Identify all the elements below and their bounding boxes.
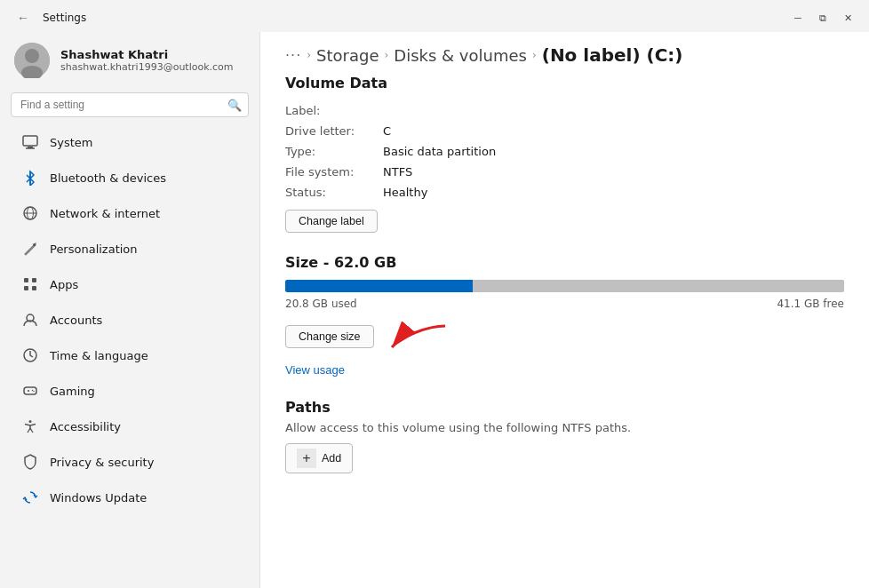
svg-rect-10: [24, 278, 28, 282]
paths-title: Paths: [285, 399, 844, 416]
sidebar-item-bluetooth[interactable]: Bluetooth & devices: [7, 161, 252, 195]
sidebar-label-gaming: Gaming: [50, 385, 95, 398]
apps-icon: [21, 275, 39, 293]
bluetooth-icon: [21, 169, 39, 187]
svg-point-21: [29, 420, 32, 423]
volume-row-value: Basic data partition: [383, 145, 496, 158]
volume-row-value: NTFS: [383, 165, 412, 179]
used-label: 20.8 GB used: [285, 298, 357, 310]
breadcrumb-current: (No label) (C:): [542, 44, 683, 66]
user-name: Shashwat Khatri: [60, 48, 234, 61]
volume-row-0: Label:: [285, 100, 844, 121]
sidebar-item-time[interactable]: Time & language: [7, 338, 252, 372]
sidebar-item-accessibility[interactable]: Accessibility: [7, 409, 252, 443]
user-info: Shashwat Khatri shashwat.khatri1993@outl…: [60, 48, 234, 73]
update-icon: [21, 489, 39, 506]
sidebar-label-time: Time & language: [50, 349, 148, 362]
sidebar-item-accounts[interactable]: Accounts: [7, 303, 252, 337]
app-title: Settings: [43, 12, 86, 24]
breadcrumb-dots: ···: [285, 47, 301, 64]
app-body: Shashwat Khatri shashwat.khatri1993@outl…: [0, 32, 869, 588]
gaming-icon: [21, 382, 39, 400]
size-title: Size - 62.0 GB: [285, 254, 844, 271]
svg-point-20: [33, 391, 34, 392]
title-bar-left: ← Settings: [11, 5, 86, 30]
volume-row-3: File system:NTFS: [285, 162, 844, 182]
volume-row-1: Drive letter:C: [285, 121, 844, 141]
free-label: 41.1 GB free: [777, 298, 844, 310]
svg-point-19: [32, 390, 33, 391]
sidebar-item-gaming[interactable]: Gaming: [7, 374, 252, 408]
network-icon: [21, 204, 39, 222]
sidebar-label-apps: Apps: [50, 278, 78, 291]
paths-description: Allow access to this volume using the fo…: [285, 421, 844, 434]
sidebar-item-update[interactable]: Windows Update: [7, 481, 252, 514]
sidebar-label-update: Windows Update: [50, 491, 147, 505]
add-plus-icon: +: [297, 449, 316, 468]
sidebar-label-bluetooth: Bluetooth & devices: [50, 171, 166, 185]
change-size-button[interactable]: Change size: [285, 325, 374, 348]
sidebar-item-apps[interactable]: Apps: [7, 267, 252, 301]
volume-row-2: Type:Basic data partition: [285, 141, 844, 162]
progress-labels: 20.8 GB used 41.1 GB free: [285, 298, 844, 310]
svg-rect-16: [24, 387, 36, 394]
add-path-button[interactable]: + Add: [285, 443, 353, 473]
sidebar-item-system[interactable]: System: [7, 125, 252, 159]
annotation-arrow: [383, 319, 454, 354]
volume-row-4: Status:Healthy: [285, 182, 844, 203]
volume-row-value: C: [383, 124, 391, 138]
close-button[interactable]: ✕: [837, 9, 858, 27]
sidebar-item-privacy[interactable]: Privacy & security: [7, 445, 252, 479]
volume-row-label: Drive letter:: [285, 124, 383, 138]
svg-point-9: [33, 243, 36, 246]
volume-row-label: File system:: [285, 165, 383, 179]
sidebar-label-system: System: [50, 136, 92, 149]
main-content: ··· › Storage › Disks & volumes › (No la…: [259, 32, 869, 588]
window-controls: ─ ⧉ ✕: [787, 9, 858, 27]
title-bar: ← Settings ─ ⧉ ✕: [0, 0, 869, 32]
sidebar-label-network: Network & internet: [50, 207, 160, 220]
volume-data-section: Volume Data Label:Drive letter:CType:Bas…: [260, 75, 869, 247]
minimize-button[interactable]: ─: [787, 9, 809, 27]
sidebar-item-network[interactable]: Network & internet: [7, 196, 252, 230]
time-icon: [21, 346, 39, 364]
privacy-icon: [21, 453, 39, 471]
user-section: Shashwat Khatri shashwat.khatri1993@outl…: [0, 36, 259, 89]
progress-bar-container: [285, 280, 844, 292]
add-label: Add: [322, 452, 341, 465]
breadcrumb-storage: Storage: [316, 46, 379, 65]
svg-rect-12: [24, 286, 28, 290]
volume-row-label: Label:: [285, 104, 383, 117]
system-icon: [21, 133, 39, 151]
svg-rect-3: [23, 136, 37, 146]
search-input[interactable]: [11, 92, 249, 117]
sidebar: Shashwat Khatri shashwat.khatri1993@outl…: [0, 32, 259, 588]
restore-button[interactable]: ⧉: [812, 9, 833, 27]
back-button[interactable]: ←: [11, 5, 36, 30]
svg-rect-13: [32, 286, 36, 290]
sidebar-label-accessibility: Accessibility: [50, 420, 121, 433]
user-email: shashwat.khatri1993@outlook.com: [60, 61, 234, 73]
paths-section: Paths Allow access to this volume using …: [260, 392, 869, 488]
progress-bar-fill: [285, 280, 473, 292]
volume-row-label: Status:: [285, 186, 383, 199]
accounts-icon: [21, 311, 39, 329]
size-section: Size - 62.0 GB 20.8 GB used 41.1 GB free…: [260, 247, 869, 392]
sidebar-label-privacy: Privacy & security: [50, 456, 154, 469]
sidebar-label-personalization: Personalization: [50, 242, 138, 256]
personalization-icon: [21, 240, 39, 258]
volume-row-label: Type:: [285, 145, 383, 158]
svg-point-1: [25, 49, 39, 63]
breadcrumb-disks: Disks & volumes: [394, 46, 527, 65]
accessibility-icon: [21, 417, 39, 435]
change-label-button[interactable]: Change label: [285, 210, 378, 233]
search-box: 🔍: [11, 92, 249, 117]
volume-row-value: Healthy: [383, 186, 427, 199]
view-usage-button[interactable]: View usage: [285, 363, 345, 377]
avatar: [14, 43, 50, 78]
svg-rect-11: [32, 278, 36, 282]
volume-data-title: Volume Data: [285, 75, 844, 100]
sidebar-label-accounts: Accounts: [50, 314, 102, 327]
sidebar-item-personalization[interactable]: Personalization: [7, 232, 252, 266]
search-icon: 🔍: [227, 99, 242, 112]
